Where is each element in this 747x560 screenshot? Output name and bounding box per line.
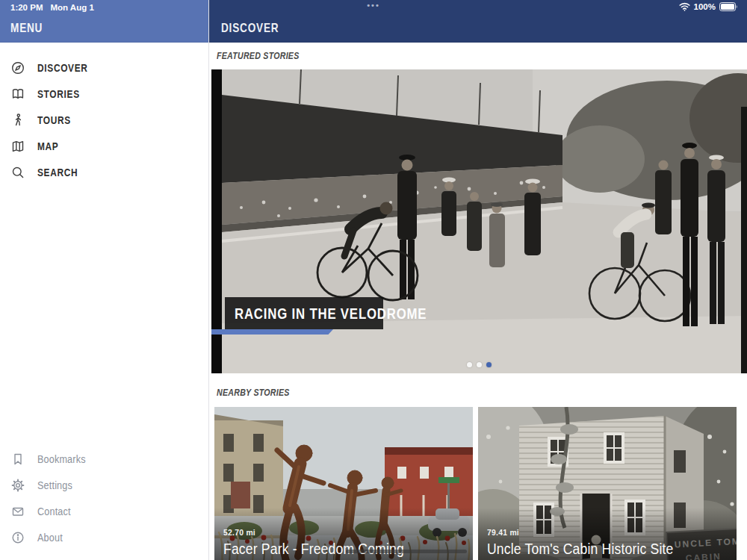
compass-icon — [10, 60, 25, 75]
status-date: Mon Aug 1 — [50, 3, 93, 12]
sidebar-footer: Bookmarks Settings — [0, 446, 208, 550]
sidebar-menu: DISCOVER STORIES — [0, 43, 208, 185]
map-icon — [10, 139, 25, 154]
status-left: 1:20 PM Mon Aug 1 — [10, 3, 94, 12]
sidebar-item-discover[interactable]: DISCOVER — [0, 55, 208, 81]
carousel-dot[interactable] — [477, 362, 482, 367]
sidebar-item-label: DISCOVER — [37, 62, 97, 74]
featured-caption: RACING IN THE VELODROME — [225, 297, 383, 329]
status-time: 1:20 PM — [10, 3, 43, 12]
sidebar-item-label: SEARCH — [37, 167, 85, 178]
sidebar-item-label: STORIES — [37, 88, 87, 100]
book-icon — [10, 87, 25, 102]
battery-icon — [719, 2, 738, 11]
carousel-dot[interactable] — [467, 362, 472, 367]
sidebar-item-search[interactable]: SEARCH — [0, 159, 208, 185]
carousel-dot[interactable] — [486, 362, 492, 367]
story-card-facer-park[interactable]: 52.70 mi Facer Park - Freedom Coming — [214, 407, 473, 560]
story-card-uncle-toms-cabin[interactable]: UNCLE TOM'S CABIN 79.41 mi Uncle Tom's C… — [478, 407, 737, 560]
sidebar-item-stories[interactable]: STORIES — [0, 81, 208, 107]
sidebar: MENU DISCOVER STORIE — [0, 0, 209, 560]
wifi-icon — [679, 2, 690, 11]
sidebar-item-map[interactable]: MAP — [0, 133, 208, 159]
featured-caption-text: RACING IN THE VELODROME — [235, 305, 427, 323]
sidebar-item-label: Bookmarks — [37, 453, 91, 465]
sidebar-item-about[interactable]: About — [0, 524, 208, 550]
status-right: 100% — [679, 2, 738, 11]
page-title: DISCOVER — [221, 21, 294, 36]
sidebar-title: MENU — [10, 21, 51, 36]
app-screen: MENU DISCOVER STORIE — [0, 0, 747, 560]
sidebar-item-label: TOURS — [37, 114, 77, 126]
sidebar-item-tours[interactable]: TOURS — [0, 107, 208, 133]
envelope-icon — [10, 504, 25, 519]
carousel-progress-bar — [211, 329, 333, 335]
battery-percent: 100% — [694, 2, 716, 11]
sidebar-item-contact[interactable]: Contact — [0, 498, 208, 524]
sidebar-item-label: Settings — [37, 479, 76, 491]
status-bar: 1:20 PM Mon Aug 1 ••• 100% — [0, 0, 747, 15]
nearby-stories-row: 52.70 mi Facer Park - Freedom Coming — [214, 407, 747, 560]
sidebar-item-label: MAP — [37, 140, 63, 152]
sidebar-item-bookmarks[interactable]: Bookmarks — [0, 446, 208, 472]
sidebar-item-settings[interactable]: Settings — [0, 472, 208, 498]
main-content: DISCOVER FEATURED STORIES — [209, 0, 747, 560]
story-title: Uncle Tom's Cabin Historic Site — [487, 541, 694, 558]
story-distance: 52.70 mi — [223, 528, 259, 537]
multitask-handle[interactable]: ••• — [367, 1, 380, 10]
story-distance: 79.41 mi — [487, 528, 523, 537]
nearby-section-label: NEARBY STORIES — [217, 388, 747, 398]
featured-section-label: FEATURED STORIES — [217, 52, 747, 61]
search-icon — [10, 165, 25, 180]
featured-story-card[interactable]: RACING IN THE VELODROME — [211, 69, 747, 373]
bookmark-icon — [10, 452, 25, 467]
sidebar-item-label: About — [37, 532, 66, 544]
walking-icon — [10, 113, 25, 128]
carousel-dots — [211, 362, 747, 367]
sidebar-item-label: Contact — [37, 505, 75, 517]
info-icon — [10, 530, 25, 545]
gear-icon — [10, 478, 25, 493]
horizontal-scroll-indicator[interactable] — [346, 550, 467, 553]
